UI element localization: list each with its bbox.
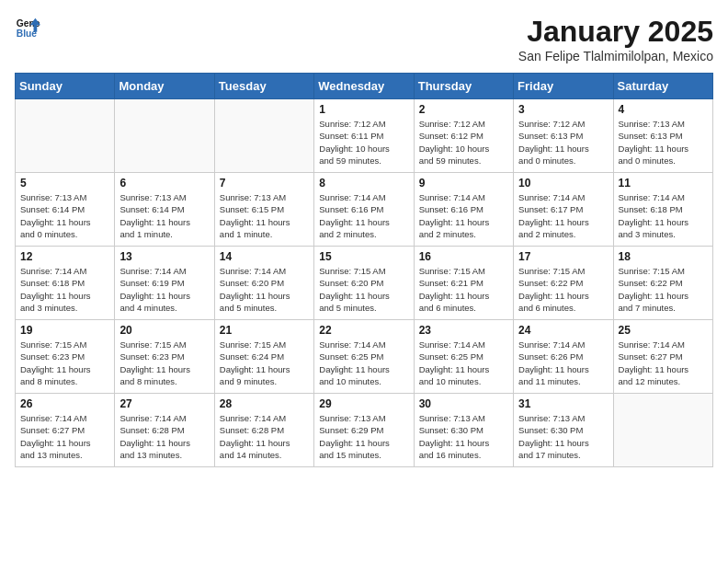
day-number: 17 (518, 250, 608, 263)
day-info: Sunrise: 7:12 AM Sunset: 6:13 PM Dayligh… (518, 118, 608, 167)
day-info: Sunrise: 7:14 AM Sunset: 6:19 PM Dayligh… (119, 265, 209, 314)
calendar-day-cell: 25Sunrise: 7:14 AM Sunset: 6:27 PM Dayli… (613, 320, 712, 394)
day-of-week-header: Sunday (16, 74, 115, 99)
calendar-day-cell: 27Sunrise: 7:14 AM Sunset: 6:28 PM Dayli… (115, 394, 214, 467)
calendar-day-cell: 15Sunrise: 7:15 AM Sunset: 6:20 PM Dayli… (314, 247, 414, 320)
title-block: January 2025 San Felipe Tlalmimilolpan, … (518, 15, 713, 63)
day-info: Sunrise: 7:15 AM Sunset: 6:24 PM Dayligh… (220, 339, 309, 387)
calendar-title: January 2025 (518, 15, 713, 49)
logo: General Blue (15, 15, 40, 40)
calendar-day-cell (16, 99, 115, 173)
day-info: Sunrise: 7:13 AM Sunset: 6:13 PM Dayligh… (619, 118, 708, 167)
calendar-day-cell: 19Sunrise: 7:15 AM Sunset: 6:23 PM Dayli… (16, 320, 115, 394)
day-number: 6 (119, 177, 209, 190)
day-info: Sunrise: 7:14 AM Sunset: 6:26 PM Dayligh… (518, 339, 608, 387)
calendar-day-cell: 3Sunrise: 7:12 AM Sunset: 6:13 PM Daylig… (514, 99, 613, 173)
day-info: Sunrise: 7:14 AM Sunset: 6:18 PM Dayligh… (20, 265, 109, 314)
calendar-day-cell: 4Sunrise: 7:13 AM Sunset: 6:13 PM Daylig… (613, 99, 712, 173)
calendar-week-row: 12Sunrise: 7:14 AM Sunset: 6:18 PM Dayli… (16, 247, 713, 320)
calendar-day-cell: 24Sunrise: 7:14 AM Sunset: 6:26 PM Dayli… (514, 320, 613, 394)
day-info: Sunrise: 7:15 AM Sunset: 6:20 PM Dayligh… (319, 265, 408, 314)
calendar-subtitle: San Felipe Tlalmimilolpan, Mexico (518, 49, 713, 63)
calendar-day-cell: 16Sunrise: 7:15 AM Sunset: 6:21 PM Dayli… (414, 247, 513, 320)
calendar-day-cell: 13Sunrise: 7:14 AM Sunset: 6:19 PM Dayli… (115, 247, 214, 320)
day-number: 14 (220, 250, 309, 263)
day-of-week-header: Tuesday (214, 74, 313, 99)
day-number: 27 (119, 397, 209, 410)
day-number: 13 (119, 250, 209, 263)
day-info: Sunrise: 7:14 AM Sunset: 6:27 PM Dayligh… (619, 339, 708, 387)
calendar-day-cell: 7Sunrise: 7:13 AM Sunset: 6:15 PM Daylig… (214, 173, 313, 247)
calendar-day-cell: 23Sunrise: 7:14 AM Sunset: 6:25 PM Dayli… (414, 320, 513, 394)
day-number: 3 (518, 103, 608, 116)
calendar-day-cell: 26Sunrise: 7:14 AM Sunset: 6:27 PM Dayli… (16, 394, 115, 467)
day-number: 16 (419, 250, 508, 263)
day-number: 23 (419, 324, 508, 337)
day-info: Sunrise: 7:14 AM Sunset: 6:25 PM Dayligh… (319, 339, 408, 387)
calendar-day-cell: 31Sunrise: 7:13 AM Sunset: 6:30 PM Dayli… (514, 394, 613, 467)
day-of-week-header: Wednesday (314, 74, 414, 99)
day-number: 28 (220, 397, 309, 410)
day-info: Sunrise: 7:14 AM Sunset: 6:28 PM Dayligh… (119, 412, 209, 461)
day-number: 18 (619, 250, 708, 263)
logo-icon: General Blue (15, 15, 40, 40)
calendar-day-cell: 29Sunrise: 7:13 AM Sunset: 6:29 PM Dayli… (314, 394, 414, 467)
day-info: Sunrise: 7:14 AM Sunset: 6:18 PM Dayligh… (619, 191, 708, 240)
day-of-week-header: Friday (514, 74, 613, 99)
day-info: Sunrise: 7:15 AM Sunset: 6:23 PM Dayligh… (119, 339, 209, 387)
day-of-week-header: Saturday (613, 74, 712, 99)
calendar-day-cell (214, 99, 313, 173)
day-number: 7 (220, 177, 309, 190)
day-number: 24 (518, 324, 608, 337)
calendar-day-cell: 10Sunrise: 7:14 AM Sunset: 6:17 PM Dayli… (514, 173, 613, 247)
day-info: Sunrise: 7:14 AM Sunset: 6:17 PM Dayligh… (518, 191, 608, 240)
calendar-day-cell: 2Sunrise: 7:12 AM Sunset: 6:12 PM Daylig… (414, 99, 513, 173)
day-number: 5 (20, 177, 109, 190)
calendar-day-cell: 6Sunrise: 7:13 AM Sunset: 6:14 PM Daylig… (115, 173, 214, 247)
day-info: Sunrise: 7:12 AM Sunset: 6:11 PM Dayligh… (319, 118, 408, 167)
calendar-week-row: 19Sunrise: 7:15 AM Sunset: 6:23 PM Dayli… (16, 320, 713, 394)
calendar-day-cell (115, 99, 214, 173)
day-info: Sunrise: 7:15 AM Sunset: 6:23 PM Dayligh… (20, 339, 109, 387)
day-info: Sunrise: 7:13 AM Sunset: 6:14 PM Dayligh… (20, 191, 109, 240)
day-info: Sunrise: 7:14 AM Sunset: 6:27 PM Dayligh… (20, 412, 109, 461)
day-info: Sunrise: 7:14 AM Sunset: 6:16 PM Dayligh… (319, 191, 408, 240)
calendar-day-cell: 20Sunrise: 7:15 AM Sunset: 6:23 PM Dayli… (115, 320, 214, 394)
day-info: Sunrise: 7:15 AM Sunset: 6:21 PM Dayligh… (419, 265, 508, 314)
calendar-week-row: 26Sunrise: 7:14 AM Sunset: 6:27 PM Dayli… (16, 394, 713, 467)
day-number: 1 (319, 103, 408, 116)
day-info: Sunrise: 7:14 AM Sunset: 6:16 PM Dayligh… (419, 191, 508, 240)
calendar-day-cell: 17Sunrise: 7:15 AM Sunset: 6:22 PM Dayli… (514, 247, 613, 320)
day-of-week-header: Monday (115, 74, 214, 99)
calendar-day-cell: 22Sunrise: 7:14 AM Sunset: 6:25 PM Dayli… (314, 320, 414, 394)
day-number: 20 (119, 324, 209, 337)
day-number: 31 (518, 397, 608, 410)
calendar-table: SundayMondayTuesdayWednesdayThursdayFrid… (15, 73, 713, 467)
day-number: 12 (20, 250, 109, 263)
day-of-week-header: Thursday (414, 74, 513, 99)
calendar-day-cell: 8Sunrise: 7:14 AM Sunset: 6:16 PM Daylig… (314, 173, 414, 247)
calendar-week-row: 5Sunrise: 7:13 AM Sunset: 6:14 PM Daylig… (16, 173, 713, 247)
calendar-day-cell: 21Sunrise: 7:15 AM Sunset: 6:24 PM Dayli… (214, 320, 313, 394)
calendar-day-cell: 11Sunrise: 7:14 AM Sunset: 6:18 PM Dayli… (613, 173, 712, 247)
day-number: 29 (319, 397, 408, 410)
day-number: 21 (220, 324, 309, 337)
calendar-day-cell (613, 394, 712, 467)
day-info: Sunrise: 7:12 AM Sunset: 6:12 PM Dayligh… (419, 118, 508, 167)
day-number: 15 (319, 250, 408, 263)
day-number: 19 (20, 324, 109, 337)
day-number: 9 (419, 177, 508, 190)
day-info: Sunrise: 7:15 AM Sunset: 6:22 PM Dayligh… (619, 265, 708, 314)
calendar-day-cell: 1Sunrise: 7:12 AM Sunset: 6:11 PM Daylig… (314, 99, 414, 173)
day-info: Sunrise: 7:13 AM Sunset: 6:30 PM Dayligh… (518, 412, 608, 461)
day-number: 25 (619, 324, 708, 337)
day-number: 22 (319, 324, 408, 337)
day-number: 10 (518, 177, 608, 190)
day-info: Sunrise: 7:14 AM Sunset: 6:28 PM Dayligh… (220, 412, 309, 461)
calendar-week-row: 1Sunrise: 7:12 AM Sunset: 6:11 PM Daylig… (16, 99, 713, 173)
day-number: 8 (319, 177, 408, 190)
day-number: 11 (619, 177, 708, 190)
day-number: 26 (20, 397, 109, 410)
calendar-day-cell: 18Sunrise: 7:15 AM Sunset: 6:22 PM Dayli… (613, 247, 712, 320)
day-number: 2 (419, 103, 508, 116)
